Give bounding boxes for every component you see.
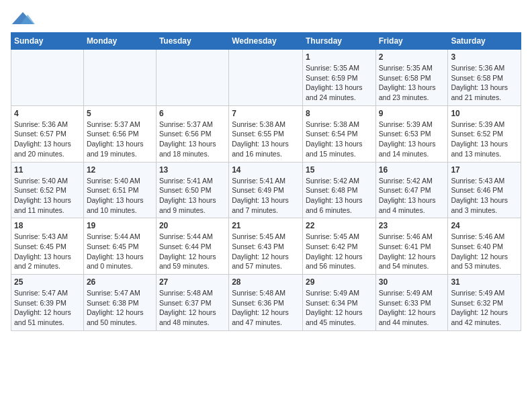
day-info: Sunrise: 5:38 AMSunset: 6:54 PMDaylight:… [306,120,373,159]
day-info: Sunrise: 5:43 AMSunset: 6:45 PMDaylight:… [14,232,81,271]
day-number: 14 [232,165,300,175]
header-cell-wednesday: Wednesday [229,33,303,50]
day-number: 7 [232,109,300,118]
day-number: 16 [379,165,445,175]
day-cell [83,50,156,106]
day-cell: 13Sunrise: 5:41 AMSunset: 6:50 PMDayligh… [156,162,228,218]
day-number: 28 [232,277,300,287]
day-cell: 5Sunrise: 5:37 AMSunset: 6:56 PMDaylight… [83,105,156,162]
day-number: 23 [379,221,445,230]
header-cell-friday: Friday [375,33,448,50]
day-cell: 15Sunrise: 5:42 AMSunset: 6:48 PMDayligh… [302,162,375,218]
header-cell-sunday: Sunday [11,33,84,50]
day-info: Sunrise: 5:48 AMSunset: 6:37 PMDaylight:… [159,288,226,328]
day-cell: 17Sunrise: 5:43 AMSunset: 6:46 PMDayligh… [448,162,521,218]
week-row-1: 1Sunrise: 5:35 AMSunset: 6:59 PMDaylight… [11,50,521,106]
day-info: Sunrise: 5:35 AMSunset: 6:58 PMDaylight:… [379,63,445,103]
day-info: Sunrise: 5:36 AMSunset: 6:58 PMDaylight:… [451,63,518,103]
day-number: 26 [87,277,153,287]
day-number: 24 [451,221,518,230]
day-number: 15 [306,165,373,175]
day-info: Sunrise: 5:44 AMSunset: 6:44 PMDaylight:… [159,232,226,271]
day-number: 29 [306,277,373,287]
day-number: 21 [232,221,300,230]
day-info: Sunrise: 5:44 AMSunset: 6:45 PMDaylight:… [87,232,153,271]
day-number: 4 [14,109,81,118]
day-cell: 8Sunrise: 5:38 AMSunset: 6:54 PMDaylight… [302,105,375,162]
week-row-4: 18Sunrise: 5:43 AMSunset: 6:45 PMDayligh… [11,218,521,275]
day-info: Sunrise: 5:41 AMSunset: 6:49 PMDaylight:… [232,176,300,216]
day-cell: 22Sunrise: 5:45 AMSunset: 6:42 PMDayligh… [302,218,375,275]
day-info: Sunrise: 5:37 AMSunset: 6:56 PMDaylight:… [87,120,153,159]
day-number: 30 [379,277,445,287]
day-info: Sunrise: 5:36 AMSunset: 6:57 PMDaylight:… [14,120,81,159]
day-number: 27 [159,277,226,287]
week-row-2: 4Sunrise: 5:36 AMSunset: 6:57 PMDaylight… [11,105,521,162]
day-cell: 4Sunrise: 5:36 AMSunset: 6:57 PMDaylight… [11,105,84,162]
day-number: 19 [87,221,153,230]
day-cell: 31Sunrise: 5:49 AMSunset: 6:32 PMDayligh… [448,275,521,331]
day-number: 22 [306,221,373,230]
day-cell [11,50,84,106]
header-cell-tuesday: Tuesday [156,33,228,50]
day-cell: 19Sunrise: 5:44 AMSunset: 6:45 PMDayligh… [83,218,156,275]
day-cell: 25Sunrise: 5:47 AMSunset: 6:39 PMDayligh… [11,275,84,331]
day-info: Sunrise: 5:38 AMSunset: 6:55 PMDaylight:… [232,120,300,159]
day-cell [229,50,303,106]
day-cell: 24Sunrise: 5:46 AMSunset: 6:40 PMDayligh… [448,218,521,275]
day-info: Sunrise: 5:39 AMSunset: 6:52 PMDaylight:… [451,120,518,159]
day-info: Sunrise: 5:45 AMSunset: 6:43 PMDaylight:… [232,232,300,271]
day-info: Sunrise: 5:35 AMSunset: 6:59 PMDaylight:… [306,63,373,103]
day-cell: 1Sunrise: 5:35 AMSunset: 6:59 PMDaylight… [302,50,375,106]
day-cell: 21Sunrise: 5:45 AMSunset: 6:43 PMDayligh… [229,218,303,275]
day-cell: 29Sunrise: 5:49 AMSunset: 6:34 PMDayligh… [302,275,375,331]
header-cell-saturday: Saturday [448,33,521,50]
day-number: 1 [306,52,373,62]
day-info: Sunrise: 5:47 AMSunset: 6:38 PMDaylight:… [87,288,153,328]
day-cell [156,50,228,106]
day-cell: 7Sunrise: 5:38 AMSunset: 6:55 PMDaylight… [229,105,303,162]
day-number: 6 [159,109,226,118]
day-cell: 3Sunrise: 5:36 AMSunset: 6:58 PMDaylight… [448,50,521,106]
day-cell: 11Sunrise: 5:40 AMSunset: 6:52 PMDayligh… [11,162,84,218]
day-cell: 28Sunrise: 5:48 AMSunset: 6:36 PMDayligh… [229,275,303,331]
day-cell: 6Sunrise: 5:37 AMSunset: 6:56 PMDaylight… [156,105,228,162]
day-number: 10 [451,109,518,118]
header [11,11,521,27]
day-cell: 27Sunrise: 5:48 AMSunset: 6:37 PMDayligh… [156,275,228,331]
day-number: 2 [379,52,445,62]
day-number: 9 [379,109,445,118]
day-info: Sunrise: 5:40 AMSunset: 6:51 PMDaylight:… [87,176,153,216]
day-number: 20 [159,221,226,230]
day-cell: 20Sunrise: 5:44 AMSunset: 6:44 PMDayligh… [156,218,228,275]
day-number: 17 [451,165,518,175]
day-info: Sunrise: 5:48 AMSunset: 6:36 PMDaylight:… [232,288,300,328]
day-number: 31 [451,277,518,287]
calendar-table: SundayMondayTuesdayWednesdayThursdayFrid… [11,32,521,331]
logo-icon [11,11,35,27]
header-row: SundayMondayTuesdayWednesdayThursdayFrid… [11,33,521,50]
day-info: Sunrise: 5:42 AMSunset: 6:48 PMDaylight:… [306,176,373,216]
day-cell: 18Sunrise: 5:43 AMSunset: 6:45 PMDayligh… [11,218,84,275]
day-info: Sunrise: 5:46 AMSunset: 6:41 PMDaylight:… [379,232,445,271]
day-info: Sunrise: 5:43 AMSunset: 6:46 PMDaylight:… [451,176,518,216]
day-cell: 23Sunrise: 5:46 AMSunset: 6:41 PMDayligh… [375,218,448,275]
day-info: Sunrise: 5:49 AMSunset: 6:33 PMDaylight:… [379,288,445,328]
day-info: Sunrise: 5:49 AMSunset: 6:32 PMDaylight:… [451,288,518,328]
day-info: Sunrise: 5:39 AMSunset: 6:53 PMDaylight:… [379,120,445,159]
day-info: Sunrise: 5:40 AMSunset: 6:52 PMDaylight:… [14,176,81,216]
day-number: 12 [87,165,153,175]
day-cell: 2Sunrise: 5:35 AMSunset: 6:58 PMDaylight… [375,50,448,106]
day-info: Sunrise: 5:47 AMSunset: 6:39 PMDaylight:… [14,288,81,328]
day-cell: 14Sunrise: 5:41 AMSunset: 6:49 PMDayligh… [229,162,303,218]
week-row-3: 11Sunrise: 5:40 AMSunset: 6:52 PMDayligh… [11,162,521,218]
day-number: 5 [87,109,153,118]
header-cell-monday: Monday [83,33,156,50]
day-info: Sunrise: 5:45 AMSunset: 6:42 PMDaylight:… [306,232,373,271]
day-cell: 26Sunrise: 5:47 AMSunset: 6:38 PMDayligh… [83,275,156,331]
day-info: Sunrise: 5:42 AMSunset: 6:47 PMDaylight:… [379,176,445,216]
day-number: 18 [14,221,81,230]
day-cell: 30Sunrise: 5:49 AMSunset: 6:33 PMDayligh… [375,275,448,331]
day-cell: 16Sunrise: 5:42 AMSunset: 6:47 PMDayligh… [375,162,448,218]
logo [11,11,38,27]
